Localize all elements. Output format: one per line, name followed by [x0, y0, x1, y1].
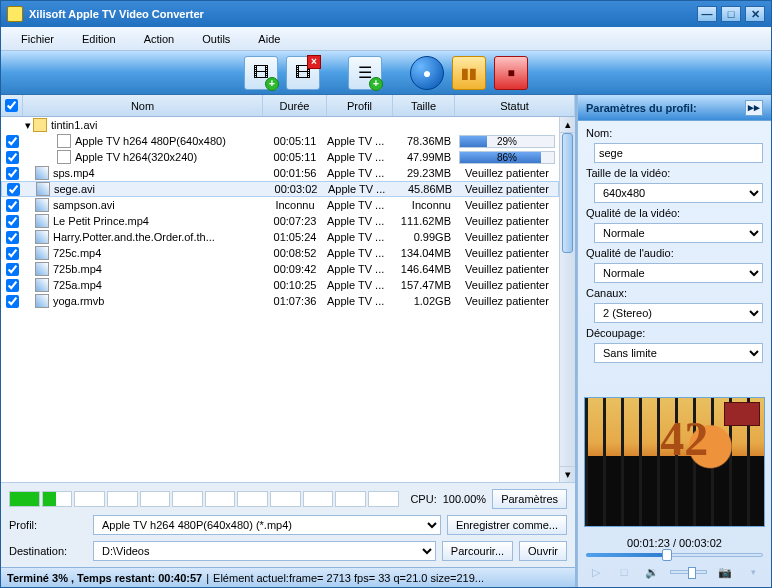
file-list[interactable]: ▾tintin1.avi Apple TV h264 480P(640x480)…: [1, 117, 559, 482]
file-row[interactable]: Apple TV h264(320x240)00:05:11Apple TV .…: [1, 149, 559, 165]
file-status: Veuillez patienter: [455, 263, 559, 275]
destination-select[interactable]: D:\Videos: [93, 541, 436, 561]
menu-help[interactable]: Aide: [244, 27, 294, 50]
start-button[interactable]: ●: [410, 56, 444, 90]
right-panel: Paramètres du profil: ▸▸ Nom: Taille de …: [577, 95, 771, 587]
column-headers: Nom Durée Profil Taille Statut: [1, 95, 575, 117]
folder-name: tintin1.avi: [51, 119, 97, 131]
file-profile: Apple TV ...: [327, 215, 393, 227]
menu-tools[interactable]: Outils: [188, 27, 244, 50]
row-checkbox[interactable]: [6, 231, 19, 244]
add-file-button[interactable]: 🎞+: [244, 56, 278, 90]
play-button[interactable]: ▷: [586, 563, 606, 581]
parameters-button[interactable]: Paramètres: [492, 489, 567, 509]
file-name: 725a.mp4: [53, 279, 102, 291]
file-name: yoga.rmvb: [53, 295, 104, 307]
scroll-down-icon[interactable]: ▾: [560, 466, 575, 482]
row-checkbox[interactable]: [6, 151, 19, 164]
trim-select[interactable]: Sans limite: [594, 343, 763, 363]
plus-icon: +: [369, 77, 383, 91]
file-row[interactable]: sampson.aviInconnuApple TV ...InconnuVeu…: [1, 197, 559, 213]
col-size[interactable]: Taille: [393, 95, 455, 116]
col-status[interactable]: Statut: [455, 95, 575, 116]
remove-file-button[interactable]: 🎞×: [286, 56, 320, 90]
file-duration: 00:10:25: [263, 279, 327, 291]
file-profile: Apple TV ...: [328, 183, 394, 195]
titlebar[interactable]: Xilisoft Apple TV Video Converter — □ ✕: [1, 1, 771, 27]
col-profile[interactable]: Profil: [327, 95, 393, 116]
col-name[interactable]: Nom: [23, 95, 263, 116]
profile-label: Profil:: [9, 519, 87, 531]
row-checkbox[interactable]: [6, 247, 19, 260]
row-checkbox[interactable]: [6, 215, 19, 228]
file-status: Veuillez patienter: [455, 295, 559, 307]
aqual-select[interactable]: Normale: [594, 263, 763, 283]
folder-row[interactable]: ▾tintin1.avi: [1, 117, 559, 133]
file-row[interactable]: 725b.mp400:09:42Apple TV ...146.64MBVeui…: [1, 261, 559, 277]
seek-slider[interactable]: [586, 553, 763, 557]
check-all[interactable]: [5, 99, 18, 112]
chevron-down-icon[interactable]: ▾: [23, 119, 33, 132]
save-as-button[interactable]: Enregistrer comme...: [447, 515, 567, 535]
video-icon: [35, 262, 49, 276]
player-stop-button[interactable]: □: [614, 563, 634, 581]
snapshot-button[interactable]: 📷: [715, 563, 735, 581]
volume-icon[interactable]: 🔉: [642, 563, 662, 581]
row-checkbox[interactable]: [6, 135, 19, 148]
file-profile: Apple TV ...: [327, 151, 393, 163]
file-list-wrap: ▾tintin1.avi Apple TV h264 480P(640x480)…: [1, 117, 575, 482]
file-status: 86%: [455, 151, 559, 164]
cpu-value: 100.00%: [443, 493, 486, 505]
row-checkbox[interactable]: [6, 263, 19, 276]
file-row[interactable]: 725a.mp400:10:25Apple TV ...157.47MBVeui…: [1, 277, 559, 293]
snapshot-menu-button[interactable]: ▾: [743, 563, 763, 581]
add-profile-button[interactable]: ☰+: [348, 56, 382, 90]
vsize-select[interactable]: 640x480: [594, 183, 763, 203]
file-row[interactable]: 725c.mp400:08:52Apple TV ...134.04MBVeui…: [1, 245, 559, 261]
file-row[interactable]: sps.mp400:01:56Apple TV ...29.23MBVeuill…: [1, 165, 559, 181]
maximize-button[interactable]: □: [721, 6, 741, 22]
file-row[interactable]: sege.avi00:03:02Apple TV ...45.86MBVeuil…: [1, 181, 559, 197]
file-row[interactable]: Harry.Potter.and.the.Order.of.th...01:05…: [1, 229, 559, 245]
file-size: 45.86MB: [394, 183, 456, 195]
file-profile: Apple TV ...: [327, 199, 393, 211]
col-check[interactable]: [1, 95, 23, 116]
menu-file[interactable]: Fichier: [7, 27, 68, 50]
window-title: Xilisoft Apple TV Video Converter: [29, 8, 693, 20]
file-size: 146.64MB: [393, 263, 455, 275]
open-button[interactable]: Ouvrir: [519, 541, 567, 561]
file-name: 725c.mp4: [53, 247, 101, 259]
row-checkbox[interactable]: [6, 279, 19, 292]
menu-edit[interactable]: Edition: [68, 27, 130, 50]
pause-button[interactable]: ▮▮: [452, 56, 486, 90]
row-checkbox[interactable]: [6, 167, 19, 180]
name-field[interactable]: [594, 143, 763, 163]
row-checkbox[interactable]: [7, 183, 20, 196]
video-icon: [35, 230, 49, 244]
menu-action[interactable]: Action: [130, 27, 189, 50]
name-label: Nom:: [586, 127, 763, 139]
stop-button[interactable]: ■: [494, 56, 528, 90]
minimize-button[interactable]: —: [697, 6, 717, 22]
file-row[interactable]: Le Petit Prince.mp400:07:23Apple TV ...1…: [1, 213, 559, 229]
col-duration[interactable]: Durée: [263, 95, 327, 116]
profile-select[interactable]: Apple TV h264 480P(640x480) (*.mp4): [93, 515, 441, 535]
row-checkbox[interactable]: [6, 295, 19, 308]
vqual-select[interactable]: Normale: [594, 223, 763, 243]
scroll-thumb[interactable]: [562, 133, 573, 253]
vscrollbar[interactable]: ▴ ▾: [559, 117, 575, 482]
channels-select[interactable]: 2 (Stereo): [594, 303, 763, 323]
scroll-up-icon[interactable]: ▴: [560, 117, 575, 133]
row-checkbox[interactable]: [6, 199, 19, 212]
aqual-label: Qualité de l'audio:: [586, 247, 763, 259]
file-row[interactable]: Apple TV h264 480P(640x480)00:05:11Apple…: [1, 133, 559, 149]
browse-button[interactable]: Parcourir...: [442, 541, 513, 561]
preview-area[interactable]: 42: [584, 397, 765, 527]
volume-slider[interactable]: [670, 570, 707, 574]
vqual-label: Qualité de la vidéo:: [586, 207, 763, 219]
file-row[interactable]: yoga.rmvb01:07:36Apple TV ...1.02GBVeuil…: [1, 293, 559, 309]
file-name: Apple TV h264 480P(640x480): [75, 135, 226, 147]
close-button[interactable]: ✕: [745, 6, 765, 22]
video-icon: [35, 214, 49, 228]
expand-panel-button[interactable]: ▸▸: [745, 100, 763, 116]
